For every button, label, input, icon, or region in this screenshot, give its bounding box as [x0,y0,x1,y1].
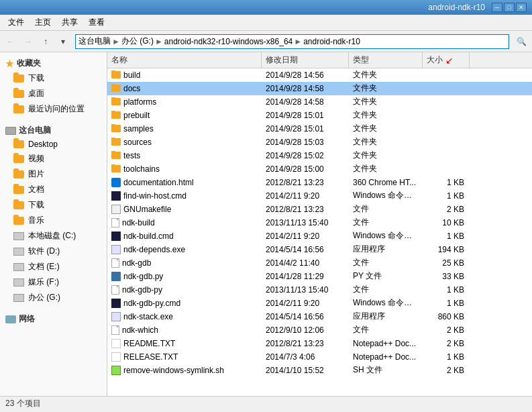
table-row[interactable]: docs 2014/9/28 14:58 文件夹 [107,82,532,95]
folder-icon [13,201,24,209]
sidebar-item-dl[interactable]: 下载 [0,197,107,213]
table-row[interactable]: platforms 2014/9/28 14:58 文件夹 [107,95,532,109]
doc-icon [111,285,119,295]
sidebar-item-video[interactable]: 视频 [0,151,107,166]
table-row[interactable]: ndk-gdb-py 2013/11/13 15:40 文件 1 KB [107,283,532,297]
up-button[interactable]: ↑ [38,34,54,50]
table-row[interactable]: ndk-gdb.py 2014/1/28 11:29 PY 文件 33 KB [107,270,532,283]
sidebar-item-c[interactable]: 本地磁盘 (C:) [0,228,107,244]
toolbar: ← → ↑ ▾ 这台电脑 ► 办公 (G:) ► android-ndk32-r… [0,31,532,52]
title-buttons: ─ □ ✕ [492,3,527,12]
main-layout: ★ 收藏夹 下载 桌面 最近访问的位置 这台电脑 D [0,52,532,396]
network-header[interactable]: 网络 [0,311,107,326]
menu-file[interactable]: 文件 [3,15,30,30]
sidebar-item-recent[interactable]: 最近访问的位置 [0,101,107,117]
table-row[interactable]: sources 2014/9/28 15:03 文件夹 [107,136,532,149]
drive-icon [13,294,24,302]
computer-header[interactable]: 这台电脑 [0,122,107,138]
back-button[interactable]: ← [3,34,19,50]
table-row[interactable]: find-win-host.cmd 2014/2/11 9:20 Windows… [107,189,532,203]
doc-icon [111,325,119,335]
table-row[interactable]: GNUmakefile 2012/8/21 13:23 文件 2 KB [107,203,532,216]
sidebar-item-label: Desktop [28,140,58,149]
table-row[interactable]: ndk-depends.exe 2014/5/14 16:56 应用程序 194… [107,243,532,256]
sidebar-item-desktop2[interactable]: Desktop [0,138,107,151]
favorites-header[interactable]: ★ 收藏夹 [0,55,107,70]
sidebar-item-f[interactable]: 媒乐 (F:) [0,274,107,290]
sidebar-item-pictures[interactable]: 图片 [0,166,107,182]
sidebar-item-label: 最近访问的位置 [28,103,85,115]
computer-label: 这台电脑 [19,125,51,136]
table-row[interactable]: ndk-build.cmd 2014/2/11 9:20 Windows 命令脚… [107,229,532,243]
file-list: build 2014/9/28 14:56 文件夹 docs 2014/9/28… [107,68,532,396]
sidebar-item-desktop[interactable]: 桌面 [0,86,107,101]
table-row[interactable]: ndk-build 2013/11/13 15:40 文件 10 KB [107,216,532,229]
folder-icon [111,165,121,172]
sidebar-item-label: 音乐 [28,215,44,226]
table-row[interactable]: ndk-gdb-py.cmd 2014/2/11 9:20 Windows 命令… [107,297,532,310]
close-button[interactable]: ✕ [516,3,527,12]
status-text: 23 个项目 [5,398,41,409]
html-icon [111,178,121,187]
network-label: 网络 [19,313,35,325]
table-row[interactable]: ndk-which 2012/9/10 12:06 文件 2 KB [107,323,532,337]
maximize-button[interactable]: □ [504,3,515,12]
sidebar-item-music[interactable]: 音乐 [0,213,107,228]
recent-button[interactable]: ▾ [55,34,71,50]
title-text: android-ndk-r10 [0,3,492,12]
address-segment-2: 办公 (G:) [121,36,154,47]
table-row[interactable]: samples 2014/9/28 15:01 文件夹 [107,122,532,136]
content-area: 名称 修改日期 类型 大小↙ build 2014/9/28 14:56 文件夹… [107,52,532,396]
sidebar-item-docs[interactable]: 文档 [0,182,107,197]
exe-icon [111,245,121,254]
table-row[interactable]: ndk-gdb 2014/4/2 11:40 文件 25 KB [107,256,532,270]
address-bar[interactable]: 这台电脑 ► 办公 (G:) ► android-ndk32-r10-windo… [75,34,509,49]
sidebar-item-downloads[interactable]: 下载 [0,70,107,86]
table-row[interactable]: remove-windows-symlink.sh 2014/1/10 15:5… [107,364,532,377]
menu-home[interactable]: 主页 [30,15,56,30]
folder-icon [111,138,121,146]
table-row[interactable]: RELEASE.TXT 2014/7/3 4:06 Notepad++ Doc.… [107,350,532,364]
folder-icon [13,186,24,194]
sidebar-item-g[interactable]: 办公 (G:) [0,290,107,305]
sidebar-item-e[interactable]: 文档 (E:) [0,259,107,274]
col-header-date[interactable]: 修改日期 [262,52,349,68]
search-button[interactable]: 🔍 [513,34,529,50]
folder-icon [111,125,121,132]
folder-icon [111,152,121,159]
favorites-label: 收藏夹 [17,58,41,69]
minimize-button[interactable]: ─ [492,3,502,12]
sidebar-item-label: 文档 (E:) [28,261,60,272]
sidebar-item-label: 视频 [28,153,44,164]
drive-icon [13,232,24,240]
txt-icon [111,352,121,362]
table-row[interactable]: toolchains 2014/9/28 15:00 文件夹 [107,162,532,176]
col-header-name[interactable]: 名称 [107,52,262,68]
table-row[interactable]: prebuilt 2014/9/28 15:01 文件夹 [107,109,532,122]
txt-icon [111,339,121,348]
address-sep-3: ► [294,37,302,46]
menu-view[interactable]: 查看 [83,15,110,30]
drive-icon [13,263,24,271]
sidebar-item-label: 软件 (D:) [28,246,60,257]
table-row[interactable]: build 2014/9/28 14:56 文件夹 [107,68,532,82]
col-header-size[interactable]: 大小↙ [423,52,470,68]
folder-icon [111,71,121,79]
cmd-icon [111,191,121,201]
sidebar-item-label: 桌面 [28,88,44,99]
table-row[interactable]: ndk-stack.exe 2014/5/14 16:56 应用程序 860 K… [107,310,532,323]
table-row[interactable]: documentation.html 2012/8/21 13:23 360 C… [107,176,532,189]
sidebar-item-d[interactable]: 软件 (D:) [0,244,107,259]
address-current: android-ndk-r10 [303,37,360,46]
table-row[interactable]: README.TXT 2012/8/21 13:23 Notepad++ Doc… [107,337,532,350]
table-row[interactable]: tests 2014/9/28 15:02 文件夹 [107,149,532,162]
py-icon [111,272,121,281]
forward-button[interactable]: → [20,34,36,50]
menu-share[interactable]: 共享 [56,15,83,30]
network-section: 网络 [0,308,107,329]
folder-icon [13,170,24,178]
exe-icon [111,312,121,321]
col-header-type[interactable]: 类型 [349,52,423,68]
favorites-section: ★ 收藏夹 下载 桌面 最近访问的位置 [0,52,107,119]
sh-icon [111,366,121,375]
